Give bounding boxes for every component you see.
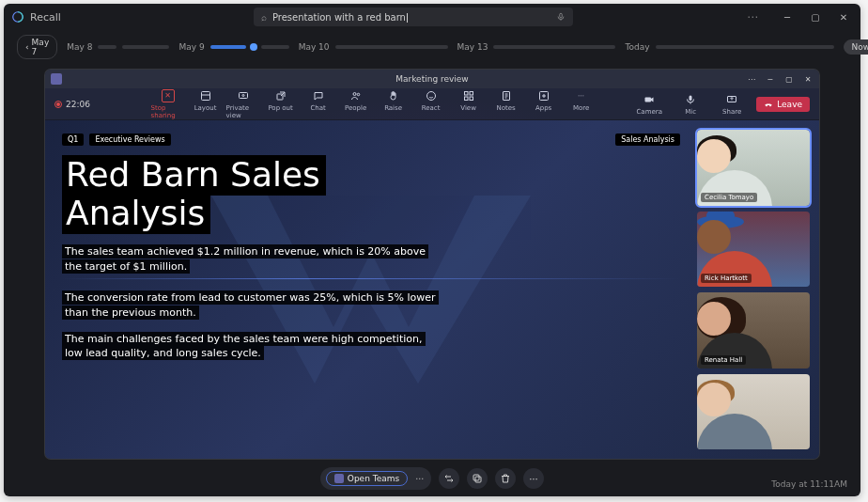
timeline-label: May 13	[457, 42, 488, 52]
camera-icon	[643, 93, 656, 106]
svg-rect-1	[560, 13, 563, 18]
participant-name: Renata Hall	[701, 355, 746, 365]
layout-button[interactable]: Layout	[189, 89, 223, 119]
shared-slide: Q1 Executive Reviews Sales Analysis Red …	[45, 120, 697, 459]
mic-button[interactable]: Mic	[674, 93, 707, 116]
svg-point-8	[426, 91, 435, 100]
svg-rect-12	[470, 97, 473, 101]
hand-icon	[387, 89, 400, 102]
notes-icon	[500, 89, 513, 102]
more-icon[interactable]: ⋯	[747, 10, 759, 24]
recall-logo-icon	[11, 10, 24, 24]
teams-logo-icon	[51, 73, 62, 85]
slide-title: Red Barn SalesAnalysis	[62, 155, 680, 233]
search-icon: ⌕	[261, 12, 267, 23]
close-button[interactable]: ✕	[834, 8, 853, 26]
svg-rect-2	[201, 91, 209, 100]
svg-rect-10	[470, 91, 473, 95]
more-actions-button[interactable]: ⋯	[523, 468, 544, 489]
svg-rect-3	[239, 92, 247, 98]
participant-tile[interactable]: Rick Hartkott	[697, 212, 810, 288]
microphone-icon[interactable]	[556, 12, 566, 22]
share-icon	[725, 93, 738, 106]
timeline-now-button[interactable]: Now	[844, 39, 869, 55]
svg-rect-9	[464, 91, 468, 95]
teams-window: Marketing review ⋯ ─ ▢ ✕ 22:06 ✕Stop sha…	[45, 70, 819, 459]
timeline-playhead[interactable]	[250, 43, 257, 51]
grid-icon	[462, 89, 475, 102]
svg-point-6	[353, 92, 356, 95]
open-teams-button[interactable]: Open Teams	[326, 471, 408, 486]
camera-button[interactable]: Camera	[632, 93, 666, 116]
people-icon	[349, 89, 363, 102]
leave-button[interactable]: Leave	[756, 97, 810, 112]
meeting-timer: 22:06	[66, 100, 90, 109]
teams-close-button[interactable]: ✕	[800, 72, 815, 86]
search-input[interactable]: ⌕ Presentation with a red barn	[254, 8, 573, 26]
chat-icon	[312, 89, 325, 102]
raise-hand-button[interactable]: Raise	[377, 89, 411, 119]
timeline-back-button[interactable]: ‹May 7	[17, 35, 57, 59]
teams-titlebar: Marketing review ⋯ ─ ▢ ✕	[45, 70, 819, 88]
mic-icon	[684, 93, 697, 106]
timeline-segment[interactable]	[261, 45, 289, 49]
chat-button[interactable]: Chat	[302, 89, 335, 119]
maximize-button[interactable]: ▢	[806, 8, 825, 26]
open-more-button[interactable]: ⋯	[413, 474, 426, 483]
svg-rect-16	[690, 95, 692, 101]
teams-icon	[334, 474, 344, 483]
timeline-label: May 9	[178, 42, 204, 52]
stop-sharing-button[interactable]: ✕Stop sharing	[151, 89, 185, 119]
eye-icon	[237, 89, 250, 102]
delete-button[interactable]	[495, 468, 516, 489]
emoji-icon	[425, 89, 438, 102]
timeline-segment[interactable]	[335, 45, 448, 49]
stop-icon: ✕	[162, 89, 175, 102]
teams-maximize-button[interactable]: ▢	[782, 72, 797, 86]
timeline-segment[interactable]	[493, 45, 615, 49]
titlebar: Recall ⌕ Presentation with a red barn ⋯ …	[4, 4, 860, 30]
participant-tile[interactable]	[697, 374, 810, 450]
share-button[interactable]: Share	[715, 93, 749, 116]
open-app-pill: Open Teams ⋯	[320, 467, 431, 490]
participant-tile[interactable]: Renata Hall	[697, 292, 810, 369]
svg-rect-18	[475, 477, 481, 482]
popout-button[interactable]: Pop out	[264, 89, 298, 119]
copy-button[interactable]	[467, 468, 488, 489]
chevron-left-icon: ‹	[25, 42, 29, 52]
layout-icon	[199, 89, 212, 102]
slide-tag-quarter: Q1	[62, 133, 84, 146]
apps-button[interactable]: Apps	[527, 89, 561, 119]
participant-tile[interactable]: Cecilia Tomayo	[697, 130, 810, 206]
slide-paragraph: The main challenges faced by the sales t…	[62, 332, 438, 362]
view-button[interactable]: View	[452, 89, 486, 119]
react-button[interactable]: React	[414, 89, 448, 119]
participant-name: Rick Hartkott	[701, 274, 752, 283]
timeline-segment[interactable]	[122, 45, 169, 49]
search-query-text: Presentation with a red barn	[272, 12, 556, 23]
teams-minimize-button[interactable]: ─	[763, 72, 778, 86]
record-icon	[54, 101, 62, 108]
people-button[interactable]: People	[339, 89, 373, 119]
slide-tag-topic: Sales Analysis	[615, 133, 680, 146]
timeline-segment-active[interactable]	[210, 45, 246, 49]
related-button[interactable]	[439, 468, 459, 489]
teams-body: Q1 Executive Reviews Sales Analysis Red …	[45, 120, 819, 459]
svg-rect-15	[645, 97, 652, 102]
private-view-button[interactable]: Private view	[226, 89, 260, 119]
svg-point-7	[357, 93, 360, 96]
teams-more-icon[interactable]: ⋯	[744, 72, 759, 86]
timeline-label: Today	[625, 42, 649, 52]
timeline-segment[interactable]	[98, 45, 116, 49]
timeline-segment[interactable]	[656, 45, 834, 49]
notes-button[interactable]: Notes	[489, 89, 523, 119]
timeline[interactable]: ‹May 7 May 8 May 9 May 10 May 13 Today N…	[4, 30, 860, 64]
more-button[interactable]: ⋯More	[565, 89, 598, 119]
minimize-button[interactable]: ─	[778, 8, 797, 26]
slide-paragraph: The sales team achieved $1.2 million in …	[62, 244, 438, 275]
app-name: Recall	[30, 11, 61, 24]
popout-icon	[274, 89, 287, 102]
recording-indicator: 22:06	[54, 100, 90, 109]
slide-paragraph: The conversion rate from lead to custome…	[62, 290, 438, 321]
participant-name: Cecilia Tomayo	[701, 193, 757, 202]
